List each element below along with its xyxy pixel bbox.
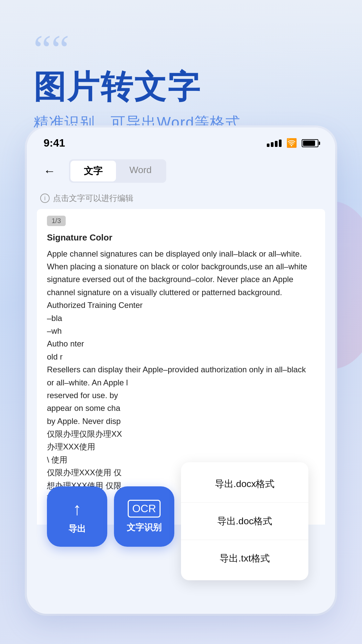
export-button[interactable]: ↑ 导出: [47, 486, 107, 547]
info-icon: i: [40, 194, 50, 203]
export-doc-item[interactable]: 导出.doc格式: [181, 503, 308, 540]
quote-mark: ““: [34, 34, 335, 66]
status-icons: 🛜: [267, 138, 318, 148]
status-bar: 9:41 🛜: [27, 127, 335, 155]
export-menu: 导出.docx格式 导出.doc格式 导出.txt格式: [181, 462, 308, 580]
export-txt-item[interactable]: 导出.txt格式: [181, 540, 308, 577]
nav-bar: ← 文字 Word: [27, 155, 335, 187]
wifi-icon: 🛜: [286, 138, 297, 148]
export-icon: ↑: [73, 499, 81, 519]
tab-text[interactable]: 文字: [70, 161, 116, 181]
signal-icon: [267, 140, 282, 147]
export-label: 导出: [68, 523, 86, 535]
ocr-icon: OCR: [128, 500, 160, 517]
back-button[interactable]: ←: [44, 164, 56, 178]
main-title: 图片转文字: [34, 69, 335, 105]
battery-icon: [302, 139, 318, 147]
page-number: 1/3: [47, 216, 66, 226]
edit-hint: i 点击文字可以进行编辑: [27, 187, 335, 209]
edit-hint-text: 点击文字可以进行编辑: [53, 193, 133, 204]
ocr-label: 文字识别: [127, 522, 162, 533]
ocr-button[interactable]: OCR 文字识别: [114, 486, 174, 547]
action-buttons: ↑ 导出 OCR 文字识别: [47, 486, 174, 547]
export-docx-item[interactable]: 导出.docx格式: [181, 466, 308, 503]
tab-group: 文字 Word: [69, 159, 166, 183]
tab-word[interactable]: Word: [116, 161, 165, 181]
phone-mockup: 9:41 🛜 ← 文字 Word i 点击文字可以进行编辑 1/3 Signat…: [27, 127, 335, 614]
status-time: 9:41: [44, 137, 65, 149]
doc-title: Signature Color: [47, 231, 315, 245]
